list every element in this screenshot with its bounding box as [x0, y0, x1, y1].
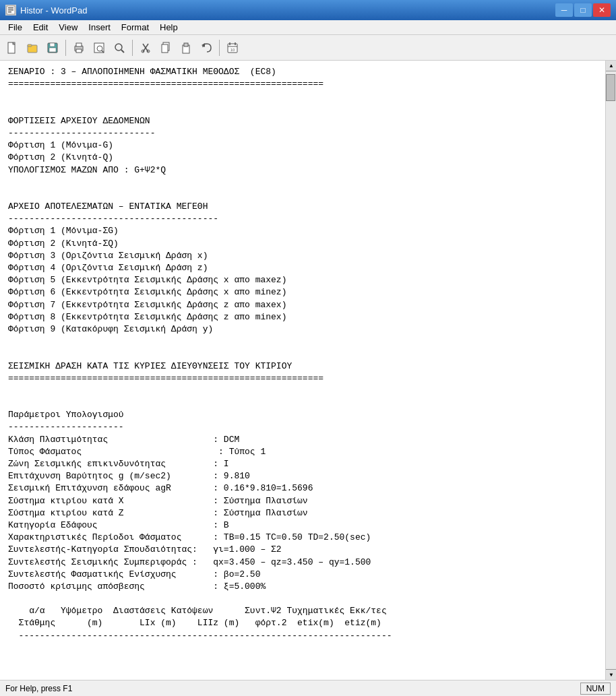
- toolbar-separator-1: [65, 40, 66, 56]
- insert-datetime-button[interactable]: 10: [223, 38, 242, 57]
- minimize-button[interactable]: ─: [555, 3, 573, 17]
- menu-bar: File Edit View Insert Format Help: [0, 20, 616, 35]
- svg-rect-25: [162, 44, 168, 53]
- num-indicator: NUM: [580, 683, 611, 695]
- toolbar: 10: [0, 35, 616, 61]
- cut-button[interactable]: [136, 38, 155, 57]
- svg-rect-3: [8, 11, 11, 13]
- svg-rect-8: [28, 44, 32, 46]
- menu-edit[interactable]: Edit: [28, 21, 53, 34]
- scroll-up-arrow[interactable]: ▲: [606, 61, 616, 71]
- toolbar-separator-2: [132, 40, 133, 56]
- svg-point-18: [115, 44, 122, 51]
- svg-rect-14: [76, 49, 82, 53]
- svg-rect-11: [49, 48, 56, 52]
- svg-rect-27: [184, 43, 188, 46]
- scroll-down-arrow[interactable]: ▼: [606, 669, 616, 680]
- copy-button[interactable]: [156, 38, 175, 57]
- svg-rect-10: [50, 43, 55, 46]
- menu-help[interactable]: Help: [154, 21, 183, 34]
- undo-button[interactable]: [197, 38, 216, 57]
- scrollbar[interactable]: ▲ ▼: [605, 61, 616, 680]
- window-title: Histor - WordPad: [20, 5, 87, 15]
- window-controls: ─ □ ✕: [555, 3, 611, 17]
- text-content[interactable]: ΣΕΝΑΡΙΟ : 3 – ΑΠΛΟΠΟΙΗΜΕΝΗ ΦΑΣΜΑΤΙΚΗ ΜΕΘ…: [0, 61, 605, 680]
- status-indicators: NUM: [580, 683, 611, 695]
- svg-rect-1: [8, 7, 13, 9]
- maximize-button[interactable]: □: [574, 3, 592, 17]
- app-icon: [5, 5, 16, 15]
- svg-rect-13: [76, 43, 82, 46]
- menu-view[interactable]: View: [53, 21, 83, 34]
- close-button[interactable]: ✕: [593, 3, 611, 17]
- print-button[interactable]: [69, 38, 88, 57]
- status-bar: For Help, press F1 NUM: [0, 680, 616, 696]
- toolbar-separator-3: [219, 40, 220, 56]
- svg-rect-4: [8, 42, 15, 53]
- menu-insert[interactable]: Insert: [83, 21, 116, 34]
- title-bar-left: Histor - WordPad: [5, 5, 87, 15]
- paste-button[interactable]: [177, 38, 195, 57]
- find-button[interactable]: [110, 38, 129, 57]
- title-bar: Histor - WordPad ─ □ ✕: [0, 0, 616, 20]
- menu-format[interactable]: Format: [116, 21, 154, 34]
- svg-line-19: [121, 50, 124, 53]
- svg-rect-2: [8, 9, 13, 11]
- main-area: ΣΕΝΑΡΙΟ : 3 – ΑΠΛΟΠΟΙΗΜΕΝΗ ΦΑΣΜΑΤΙΚΗ ΜΕΘ…: [0, 61, 616, 680]
- help-text: For Help, press F1: [5, 684, 72, 693]
- print-preview-button[interactable]: [90, 38, 109, 57]
- new-button[interactable]: [3, 38, 22, 57]
- open-button[interactable]: [23, 38, 42, 57]
- scroll-track[interactable]: [606, 71, 616, 669]
- save-button[interactable]: [43, 38, 62, 57]
- scroll-thumb[interactable]: [606, 74, 615, 101]
- menu-file[interactable]: File: [3, 21, 28, 34]
- svg-text:10: 10: [230, 48, 235, 52]
